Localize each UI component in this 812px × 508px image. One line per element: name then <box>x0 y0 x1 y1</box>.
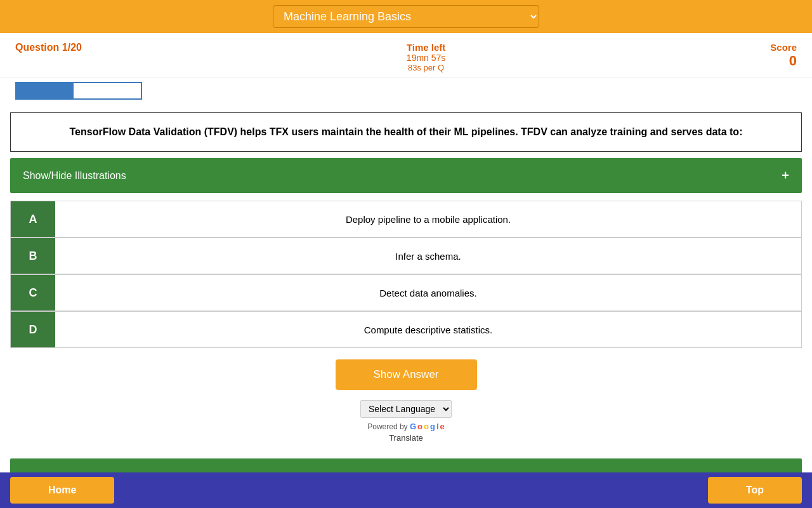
progress-bar <box>15 82 142 100</box>
option-row-a[interactable]: A Deploy pipeline to a mobile applicatio… <box>10 201 802 237</box>
option-text-c: Detect data anomalies. <box>55 280 801 306</box>
top-button[interactable]: Top <box>708 477 802 504</box>
illustrations-plus-icon: + <box>782 168 789 183</box>
progress-area <box>0 78 812 106</box>
show-answer-button[interactable]: Show Answer <box>336 359 477 390</box>
options-container: A Deploy pipeline to a mobile applicatio… <box>10 201 802 348</box>
score-label: Score <box>770 42 797 53</box>
score-value: 0 <box>770 53 797 69</box>
illustrations-label: Show/Hide Illustrations <box>23 170 126 182</box>
option-letter-b: B <box>11 238 55 274</box>
option-letter-d: D <box>11 312 55 347</box>
option-row-d[interactable]: D Compute descriptive statistics. <box>10 311 802 348</box>
time-left-label: Time left <box>407 42 445 53</box>
question-text: TensorFlow Data Validation (TFDV) helps … <box>10 112 802 152</box>
illustrations-toggle-button[interactable]: Show/Hide Illustrations + <box>10 158 802 193</box>
option-text-b: Infer a schema. <box>55 243 801 269</box>
bottom-nav: Home Top <box>0 472 812 508</box>
per-q: 83s per Q <box>407 63 445 72</box>
question-label: Question 1/20 <box>15 42 82 53</box>
option-text-d: Compute descriptive statistics. <box>55 317 801 343</box>
option-text-a: Deploy pipeline to a mobile application. <box>55 206 801 232</box>
powered-by-text: Powered by Google <box>367 422 445 431</box>
translate-section: Select Language Powered by Google Transl… <box>0 396 812 452</box>
home-button[interactable]: Home <box>10 477 114 504</box>
option-letter-c: C <box>11 275 55 311</box>
quiz-topic-select[interactable]: Machine Learning Basics <box>273 5 539 28</box>
progress-empty <box>74 83 141 98</box>
top-bar: Machine Learning Basics <box>0 0 812 33</box>
score-block: Score 0 <box>770 42 797 69</box>
option-row-b[interactable]: B Infer a schema. <box>10 237 802 274</box>
timer-block: Time left 19mn 57s 83s per Q <box>407 42 445 72</box>
translate-label: Translate <box>389 433 423 443</box>
option-row-c[interactable]: C Detect data anomalies. <box>10 274 802 311</box>
google-logo: Google <box>410 422 445 431</box>
option-letter-a: A <box>11 201 55 237</box>
progress-filled <box>16 83 74 98</box>
time-value: 19mn 57s <box>407 53 445 63</box>
header-row: Question 1/20 Time left 19mn 57s 83s per… <box>0 33 812 78</box>
language-select[interactable]: Select Language <box>360 400 452 418</box>
